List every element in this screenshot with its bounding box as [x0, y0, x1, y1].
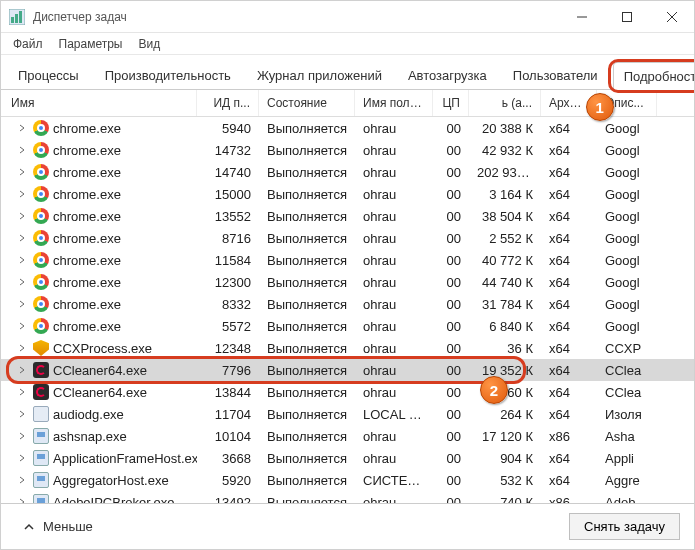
process-icon	[33, 230, 49, 246]
cell-arch: x64	[541, 253, 597, 268]
process-name: CCXProcess.exe	[53, 341, 152, 356]
cell-state: Выполняется	[259, 451, 355, 466]
menu-options[interactable]: Параметры	[51, 35, 131, 53]
cell-desc: Googl	[597, 319, 657, 334]
table-row[interactable]: chrome.exe12300Выполняетсяohrau0044 740 …	[1, 271, 694, 293]
table-row[interactable]: chrome.exe8716Выполняетсяohrau002 552 Кx…	[1, 227, 694, 249]
table-row[interactable]: chrome.exe15000Выполняетсяohrau003 164 К…	[1, 183, 694, 205]
expand-icon	[17, 145, 27, 155]
cell-cpu: 00	[433, 187, 469, 202]
process-name: chrome.exe	[53, 187, 121, 202]
tab-processes[interactable]: Процессы	[7, 61, 90, 89]
svg-rect-2	[15, 14, 18, 23]
cell-desc: CClea	[597, 385, 657, 400]
process-name: chrome.exe	[53, 275, 121, 290]
cell-arch: x64	[541, 121, 597, 136]
cell-pid: 5920	[197, 473, 259, 488]
cell-pid: 14732	[197, 143, 259, 158]
process-icon	[33, 142, 49, 158]
tab-users[interactable]: Пользователи	[502, 61, 609, 89]
window-title: Диспетчер задач	[33, 10, 559, 24]
col-user[interactable]: Имя польз...	[355, 90, 433, 116]
tab-startup[interactable]: Автозагрузка	[397, 61, 498, 89]
table-row[interactable]: chrome.exe14740Выполняетсяohrau00202 932…	[1, 161, 694, 183]
cell-mem: 38 504 К	[469, 209, 541, 224]
table-row[interactable]: chrome.exe5940Выполняетсяohrau0020 388 К…	[1, 117, 694, 139]
app-icon	[9, 9, 25, 25]
cell-user: ohrau	[355, 209, 433, 224]
col-mem[interactable]: ь (а...	[469, 90, 541, 116]
cell-pid: 5940	[197, 121, 259, 136]
process-name: ashsnap.exe	[53, 429, 127, 444]
end-task-button[interactable]: Снять задачу	[569, 513, 680, 540]
col-state[interactable]: Состояние	[259, 90, 355, 116]
cell-arch: x64	[541, 165, 597, 180]
table-row[interactable]: audiodg.exe11704ВыполняетсяLOCAL SE...00…	[1, 403, 694, 425]
table-row[interactable]: chrome.exe13552Выполняетсяohrau0038 504 …	[1, 205, 694, 227]
table-row[interactable]: CCXProcess.exe12348Выполняетсяohrau0036 …	[1, 337, 694, 359]
menu-file[interactable]: Файл	[5, 35, 51, 53]
cell-cpu: 00	[433, 363, 469, 378]
col-pid[interactable]: ИД п...	[197, 90, 259, 116]
process-name: chrome.exe	[53, 143, 121, 158]
cell-pid: 13552	[197, 209, 259, 224]
table-row[interactable]: CCleaner64.exe13844Выполняетсяohrau0060 …	[1, 381, 694, 403]
cell-arch: x64	[541, 143, 597, 158]
col-cpu[interactable]: ЦП	[433, 90, 469, 116]
expand-icon	[17, 365, 27, 375]
col-name[interactable]: Имя	[1, 90, 197, 116]
table-row[interactable]: ashsnap.exe10104Выполняетсяohrau0017 120…	[1, 425, 694, 447]
col-desc[interactable]: Опис...	[597, 90, 657, 116]
table-row[interactable]: CCleaner64.exe7796Выполняетсяohrau0019 3…	[1, 359, 694, 381]
process-name: CCleaner64.exe	[53, 363, 147, 378]
svg-rect-1	[11, 17, 14, 23]
process-icon	[33, 186, 49, 202]
cell-cpu: 00	[433, 319, 469, 334]
cell-desc: Googl	[597, 297, 657, 312]
table-row[interactable]: chrome.exe14732Выполняетсяohrau0042 932 …	[1, 139, 694, 161]
close-button[interactable]	[649, 1, 694, 33]
maximize-button[interactable]	[604, 1, 649, 33]
menu-view[interactable]: Вид	[130, 35, 168, 53]
process-name: AggregatorHost.exe	[53, 473, 169, 488]
process-name: chrome.exe	[53, 297, 121, 312]
cell-state: Выполняется	[259, 407, 355, 422]
table-row[interactable]: AggregatorHost.exe5920ВыполняетсяСИСТЕМА…	[1, 469, 694, 491]
tab-performance[interactable]: Производительность	[94, 61, 242, 89]
cell-mem: 532 К	[469, 473, 541, 488]
fewer-details-button[interactable]: Меньше	[15, 519, 93, 534]
table-row[interactable]: ApplicationFrameHost.exe3668Выполняетсяo…	[1, 447, 694, 469]
process-icon	[33, 340, 49, 356]
cell-desc: Googl	[597, 253, 657, 268]
cell-cpu: 00	[433, 407, 469, 422]
process-icon	[33, 274, 49, 290]
table-row[interactable]: chrome.exe8332Выполняетсяohrau0031 784 К…	[1, 293, 694, 315]
process-icon	[33, 362, 49, 378]
expand-icon	[17, 233, 27, 243]
expand-icon	[17, 409, 27, 419]
tab-strip: Процессы Производительность Журнал прило…	[1, 55, 694, 90]
cell-cpu: 00	[433, 297, 469, 312]
tab-details[interactable]: Подробности	[613, 62, 695, 90]
cell-desc: Изоля	[597, 407, 657, 422]
cell-mem: 42 932 К	[469, 143, 541, 158]
cell-user: ohrau	[355, 187, 433, 202]
table-row[interactable]: chrome.exe11584Выполняетсяohrau0040 772 …	[1, 249, 694, 271]
cell-state: Выполняется	[259, 385, 355, 400]
cell-cpu: 00	[433, 473, 469, 488]
tab-app-history[interactable]: Журнал приложений	[246, 61, 393, 89]
cell-pid: 3668	[197, 451, 259, 466]
cell-mem: 904 К	[469, 451, 541, 466]
cell-mem: 20 388 К	[469, 121, 541, 136]
cell-mem: 17 120 К	[469, 429, 541, 444]
cell-state: Выполняется	[259, 473, 355, 488]
cell-cpu: 00	[433, 165, 469, 180]
svg-rect-3	[19, 11, 22, 23]
cell-state: Выполняется	[259, 275, 355, 290]
cell-arch: x64	[541, 209, 597, 224]
col-arch[interactable]: Архите...	[541, 90, 597, 116]
table-row[interactable]: chrome.exe5572Выполняетсяohrau006 840 Кx…	[1, 315, 694, 337]
process-name: chrome.exe	[53, 231, 121, 246]
minimize-button[interactable]	[559, 1, 604, 33]
cell-desc: Googl	[597, 231, 657, 246]
